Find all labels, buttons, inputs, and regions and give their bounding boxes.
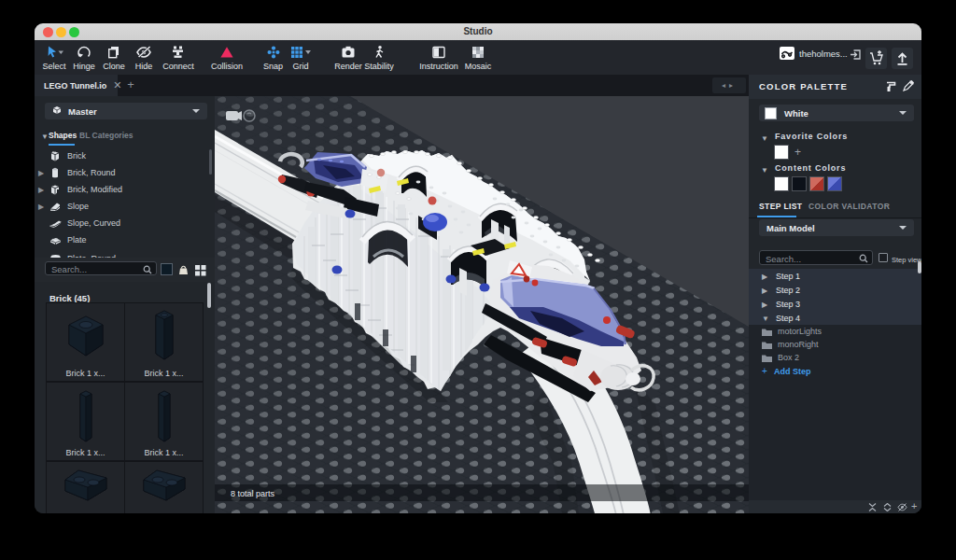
svg-text:8 total parts: 8 total parts — [231, 489, 275, 498]
